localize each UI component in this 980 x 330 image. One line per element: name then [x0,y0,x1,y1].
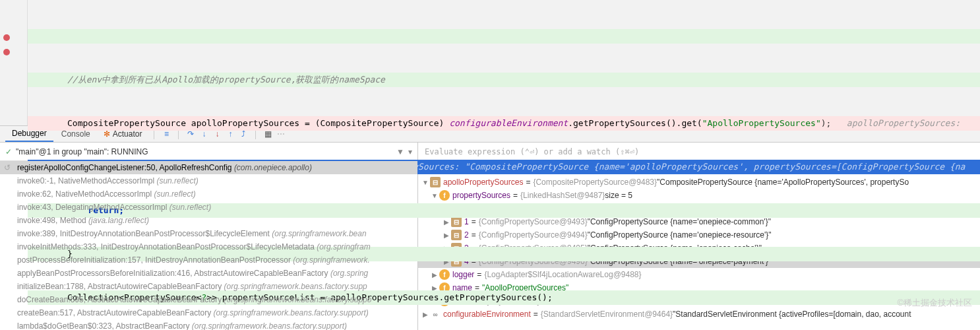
breakpoint-icon[interactable] [3,34,10,41]
stack-frame[interactable]: invokeInitMethods:333, InitDestroyAnnota… [0,240,417,253]
stack-frame[interactable]: lambda$doGetBean$0:323, AbstractBeanFact… [0,319,417,330]
frames-panel: ✓ "main"@1 in group "main": RUNNING ▼ ▾ … [0,143,418,330]
stack-frame[interactable]: doCreateBean:595, AbstractAutowireCapabl… [0,293,417,306]
code-line [28,29,980,44]
gutter [0,0,28,125]
stack-frame[interactable]: invoke:43, DelegatingMethodAccessorImpl … [0,201,417,214]
breakpoint-active-icon[interactable] [3,49,10,55]
inline-hint: apolloPropertySources: [847,118,960,128]
stack-frame[interactable]: postProcessBeforeInitialization:157, Ini… [0,253,417,267]
frames-list[interactable]: ↺registerApolloConfigChangeListener:50, … [0,161,417,330]
stack-frame[interactable]: invoke:498, Method (java.lang.reflect) [0,214,417,227]
stack-frame[interactable]: invoke0:-1, NativeMethodAccessorImpl (su… [0,174,417,187]
trace-icon[interactable]: ⋯ [276,129,286,139]
code-editor[interactable]: s //从env中拿到所有已从Apollo加载的propertySource,获… [0,0,980,125]
comment: //从env中拿到所有已从Apollo加载的propertySource,获取监… [67,75,385,84]
stack-frame[interactable]: initializeBean:1788, AbstractAutowireCap… [0,280,417,293]
stack-frame[interactable]: invoke:389, InitDestroyAnnotationBeanPos… [0,227,417,240]
inline-hint: apolloPropertySources: "CompositePropert… [346,162,965,172]
frame-icon: ↺ [4,163,11,172]
stack-frame[interactable]: createBean:517, AbstractAutowireCapableB… [0,306,417,319]
stack-frame[interactable]: ↺registerApolloConfigChangeListener:50, … [0,161,417,174]
stack-frame[interactable]: applyBeanPostProcessorsBeforeInitializat… [0,267,417,280]
check-icon: ✓ [5,147,12,156]
stack-frame[interactable]: invoke:62, NativeMethodAccessorImpl (sun… [0,187,417,201]
